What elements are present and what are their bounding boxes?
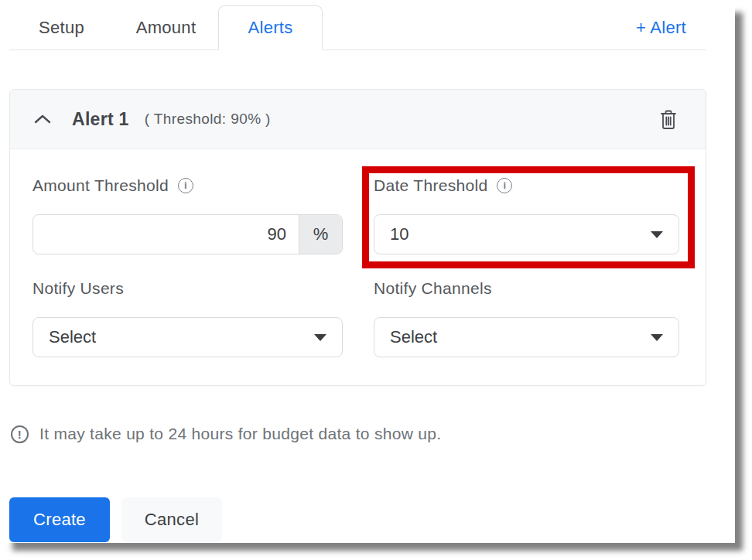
amount-threshold-label-text: Amount Threshold: [32, 176, 169, 195]
trash-icon[interactable]: [659, 109, 678, 130]
action-buttons: Create Cancel: [9, 497, 706, 542]
amount-threshold-group: Amount Threshold i 90 %: [32, 176, 343, 254]
date-threshold-label: Date Threshold i: [374, 176, 679, 196]
notify-users-label: Notify Users: [32, 278, 343, 299]
date-threshold-value: 10: [390, 224, 408, 244]
amount-threshold-value[interactable]: 90: [33, 215, 299, 254]
amount-threshold-input[interactable]: 90 %: [32, 214, 343, 254]
date-threshold-group: Date Threshold i 10: [374, 176, 679, 254]
alert-circle-icon: !: [11, 425, 29, 443]
notify-users-select[interactable]: Select: [32, 317, 343, 357]
alert-card-body: Amount Threshold i 90 % Date Threshold i: [10, 149, 706, 385]
notify-users-label-text: Notify Users: [32, 279, 124, 298]
alert-title: Alert 1: [72, 109, 129, 130]
tab-setup[interactable]: Setup: [9, 5, 114, 50]
notify-channels-group: Notify Channels Select: [374, 278, 679, 357]
info-circle-icon[interactable]: i: [178, 178, 193, 193]
notify-channels-label: Notify Channels: [374, 278, 679, 299]
cancel-button[interactable]: Cancel: [121, 497, 222, 542]
notify-channels-select[interactable]: Select: [374, 317, 679, 357]
tab-alerts[interactable]: Alerts: [218, 5, 323, 50]
percent-addon: %: [299, 215, 342, 254]
tab-amount[interactable]: Amount: [114, 5, 218, 50]
notify-channels-label-text: Notify Channels: [374, 279, 492, 298]
notify-users-group: Notify Users Select: [32, 278, 343, 357]
add-alert-button[interactable]: + Alert: [636, 5, 706, 50]
notify-channels-value: Select: [390, 327, 437, 347]
alert-threshold-summary: ( Threshold: 90% ): [145, 111, 271, 128]
notify-users-value: Select: [49, 327, 96, 347]
chevron-down-icon: [314, 334, 326, 341]
info-circle-icon[interactable]: i: [497, 178, 512, 193]
info-note-text: It may take up to 24 hours for budget da…: [39, 425, 441, 443]
create-button[interactable]: Create: [9, 497, 110, 542]
chevron-up-icon[interactable]: [33, 113, 52, 125]
amount-threshold-label: Amount Threshold i: [32, 176, 343, 196]
alert-card: Alert 1 ( Threshold: 90% ): [9, 89, 706, 386]
budget-alert-panel: Setup Amount Alerts + Alert Alert 1 ( Th…: [0, 0, 735, 543]
chevron-down-icon: [651, 334, 663, 341]
alert-card-header: Alert 1 ( Threshold: 90% ): [10, 90, 706, 149]
date-threshold-label-text: Date Threshold: [374, 176, 487, 195]
info-note: ! It may take up to 24 hours for budget …: [9, 425, 706, 443]
tabs-bar: Setup Amount Alerts + Alert: [9, 5, 706, 50]
chevron-down-icon: [651, 231, 663, 238]
date-threshold-select[interactable]: 10: [374, 214, 679, 254]
